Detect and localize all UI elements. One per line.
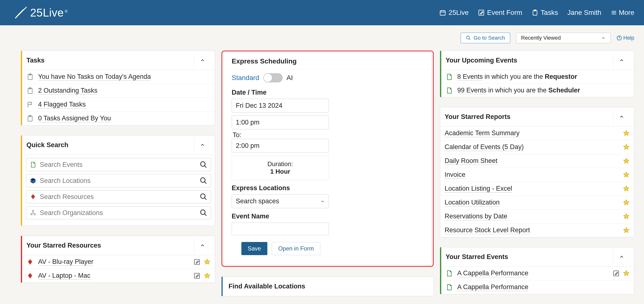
mode-ai[interactable]: AI [286, 74, 293, 82]
report-link[interactable]: Academic Term Summary [445, 129, 520, 137]
tasks-title: Tasks [26, 57, 45, 64]
search-locations-input[interactable] [40, 177, 196, 185]
report-row[interactable]: Invoice [440, 168, 634, 182]
express-locations-label: Express Locations [232, 184, 424, 192]
open-in-form-button[interactable]: Open in Form [272, 242, 320, 255]
task-row[interactable]: 4 Flagged Tasks [22, 98, 215, 112]
chevron-down-icon [601, 36, 606, 40]
star-icon[interactable] [204, 272, 210, 279]
upcoming-requestor-row[interactable]: 8 Events in which you are the Requestor [441, 70, 634, 84]
clipboard-icon [532, 9, 538, 16]
chevron-up-icon [619, 254, 624, 259]
star-icon[interactable] [623, 213, 630, 220]
chevron-up-icon [619, 58, 624, 63]
nav-event-form[interactable]: Event Form [478, 9, 522, 17]
report-row[interactable]: Reservations by Date [440, 210, 634, 224]
to-label: To: [232, 129, 424, 139]
search-organizations[interactable] [26, 206, 211, 219]
edit-icon [478, 9, 485, 16]
chevron-up-icon [619, 114, 624, 119]
search-icon[interactable] [200, 161, 208, 169]
report-row[interactable]: Location Listing - Excel [440, 182, 634, 196]
starred-event-row[interactable]: A Cappella Performance [441, 266, 634, 280]
org-icon [30, 209, 36, 216]
starred-events-collapse[interactable] [613, 250, 630, 264]
report-link[interactable]: Location Listing - Excel [445, 185, 512, 193]
starred-reports-panel: Your Starred Reports Academic Term Summa… [440, 107, 634, 237]
report-row[interactable]: Daily Room Sheet [440, 154, 634, 168]
search-resources[interactable] [26, 190, 211, 203]
search-resources-input[interactable] [40, 193, 196, 201]
quick-search-collapse[interactable] [194, 138, 210, 152]
event-name-label: Event Name [232, 213, 424, 220]
search-events[interactable] [26, 158, 211, 171]
starred-event-row[interactable]: A Cappella Performance [441, 280, 634, 294]
star-icon[interactable] [623, 172, 630, 178]
toggle-switch[interactable] [263, 73, 283, 82]
diamond-icon [30, 193, 36, 200]
star-icon[interactable] [623, 199, 630, 206]
report-row[interactable]: Location Utilization [440, 196, 634, 210]
edit-icon[interactable] [194, 258, 200, 265]
resource-row[interactable]: AV - Laptop - Mac [22, 269, 215, 283]
nav-25live[interactable]: 25Live [439, 9, 469, 17]
search-icon[interactable] [200, 177, 208, 185]
report-row[interactable]: Calendar of Events (5 Day) [440, 140, 634, 154]
report-link[interactable]: Reservations by Date [445, 213, 507, 220]
report-link[interactable]: Daily Room Sheet [445, 157, 498, 165]
starred-resources-collapse[interactable] [194, 238, 210, 252]
report-link[interactable]: Invoice [445, 171, 466, 179]
nav-more[interactable]: More [610, 9, 634, 17]
express-locations-select[interactable]: Search spaces [232, 194, 329, 208]
upcoming-scheduler-row[interactable]: 99 Events in which you are the Scheduler [441, 84, 634, 97]
report-row[interactable]: Resource Stock Level Report [440, 224, 634, 237]
report-link[interactable]: Location Utilization [445, 199, 500, 207]
starred-reports-collapse[interactable] [613, 110, 630, 124]
report-link[interactable]: Resource Stock Level Report [445, 226, 530, 234]
logo[interactable]: 25Live® [14, 6, 68, 19]
search-icon[interactable] [200, 209, 208, 217]
recently-viewed-select[interactable]: Recently Viewed [516, 33, 611, 43]
edit-icon[interactable] [194, 272, 200, 279]
tasks-panel: Tasks You have No Tasks on Today's Agend… [21, 51, 215, 125]
clipboard-blank-icon [26, 87, 34, 94]
search-icon[interactable] [200, 193, 208, 201]
svg-point-19 [200, 210, 205, 215]
mode-standard[interactable]: Standard [232, 74, 259, 82]
report-link[interactable]: Calendar of Events (5 Day) [445, 143, 524, 151]
tasks-collapse[interactable] [194, 53, 210, 67]
sunburst-icon [14, 6, 28, 19]
goto-search-button[interactable]: Go to Search [461, 33, 510, 43]
resource-row[interactable]: AV - Blu-ray Player [22, 255, 215, 269]
star-icon[interactable] [623, 270, 630, 277]
date-field[interactable]: Fri Dec 13 2024 [232, 99, 329, 113]
svg-rect-0 [440, 11, 445, 15]
upcoming-collapse[interactable] [613, 53, 630, 67]
star-icon[interactable] [623, 130, 630, 137]
nav-tasks[interactable]: Tasks [532, 9, 558, 17]
nav-user[interactable]: Jane Smith [567, 9, 601, 17]
star-icon[interactable] [623, 185, 630, 192]
event-name-input[interactable] [232, 223, 329, 235]
top-controls: Go to Search Recently Viewed Help [0, 25, 644, 43]
task-row[interactable]: 0 Tasks Assigned By You [22, 112, 215, 125]
search-events-input[interactable] [40, 161, 196, 169]
star-icon[interactable] [204, 258, 210, 265]
svg-point-15 [200, 194, 205, 198]
save-button[interactable]: Save [242, 242, 267, 255]
hamburger-icon [610, 9, 617, 16]
start-time-field[interactable]: 1:00 pm [232, 115, 329, 129]
task-row[interactable]: You have No Tasks on Today's Agenda [22, 70, 215, 84]
svg-point-6 [619, 39, 620, 39]
help-link[interactable]: Help [616, 35, 634, 41]
report-row[interactable]: Academic Term Summary [440, 126, 634, 140]
star-icon[interactable] [623, 158, 630, 165]
svg-point-16 [32, 210, 34, 212]
star-icon[interactable] [623, 227, 630, 234]
search-locations[interactable] [26, 174, 211, 187]
task-row[interactable]: 2 Outstanding Tasks [22, 84, 215, 98]
star-icon[interactable] [623, 144, 630, 150]
search-orgs-input[interactable] [40, 209, 196, 217]
edit-icon[interactable] [613, 270, 620, 277]
end-time-field[interactable]: 2:00 pm [232, 139, 329, 153]
